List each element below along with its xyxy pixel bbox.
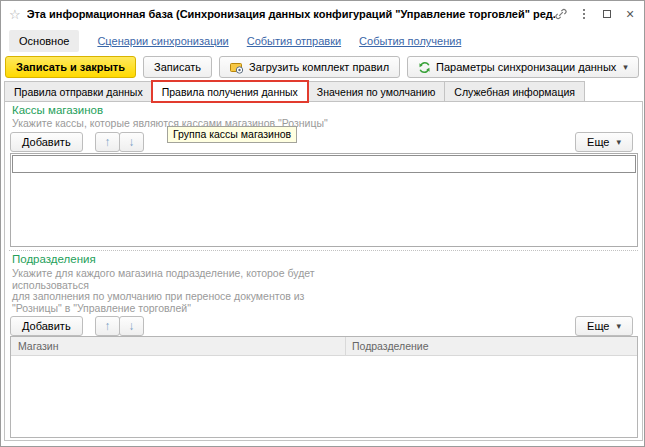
- chevron-down-icon: ▾: [616, 321, 621, 331]
- subtab-bar: Правила отправки данных Правила получени…: [4, 81, 584, 102]
- arrow-up-icon: ↑: [104, 319, 110, 333]
- cash-registers-section-title: Кассы магазинов: [12, 104, 103, 116]
- nav-tabs: Основное Сценарии синхронизации События …: [9, 29, 636, 53]
- kebab-menu-icon[interactable]: [578, 8, 590, 20]
- column-header-store[interactable]: Магазин: [11, 337, 346, 355]
- arrow-down-icon: ↓: [128, 135, 134, 149]
- arrow-down-icon: ↓: [128, 319, 134, 333]
- nav-tab-send-events[interactable]: События отправки: [247, 35, 341, 47]
- move-up-button[interactable]: ↑: [95, 132, 120, 152]
- departments-table[interactable]: Магазин Подразделение: [10, 336, 638, 438]
- subtab-default-values[interactable]: Значения по умолчанию: [307, 81, 445, 102]
- cash-registers-list-focused-row[interactable]: [12, 155, 636, 173]
- get-link-icon[interactable]: [555, 8, 567, 20]
- chevron-down-icon: ▾: [616, 137, 621, 147]
- titlebar: ☆ Эта информационная база (Синхронизация…: [1, 1, 644, 27]
- departments-hint: Укажите для каждого магазина подразделен…: [12, 268, 315, 314]
- nav-tab-sync-scenarios[interactable]: Сценарии синхронизации: [97, 35, 228, 47]
- column-header-department[interactable]: Подразделение: [346, 337, 637, 355]
- departments-table-body[interactable]: [11, 356, 637, 437]
- save-and-close-button[interactable]: Записать и закрыть: [5, 56, 136, 78]
- toolbar: Записать и закрыть Записать Загрузить ко…: [5, 55, 624, 79]
- move-up-button[interactable]: ↑: [95, 316, 120, 336]
- window-controls: ×: [555, 8, 636, 20]
- save-button[interactable]: Записать: [143, 56, 212, 78]
- receive-rules-panel: Кассы магазинов Укажите кассы, которые я…: [4, 101, 643, 441]
- departments-table-header: Магазин Подразделение: [11, 337, 637, 356]
- cash-registers-list[interactable]: [10, 153, 638, 247]
- section-separator: [9, 250, 638, 251]
- favorite-star-icon[interactable]: ☆: [9, 7, 21, 22]
- chevron-down-icon: ▾: [623, 62, 628, 72]
- nav-tab-main[interactable]: Основное: [9, 30, 79, 52]
- arrow-up-icon: ↑: [104, 135, 110, 149]
- subtab-service-info[interactable]: Служебная информация: [444, 81, 585, 102]
- load-rules-icon: [230, 61, 244, 74]
- subtab-send-rules[interactable]: Правила отправки данных: [4, 81, 153, 102]
- departments-command-bar: Добавить ↑ ↓ Еще ▾: [10, 315, 633, 336]
- departments-add-button[interactable]: Добавить: [10, 316, 83, 336]
- cash-registers-command-bar: Добавить ↑ ↓ Еще ▾: [10, 131, 633, 152]
- nav-tab-receive-events[interactable]: События получения: [359, 35, 461, 47]
- maximize-icon[interactable]: [601, 8, 613, 20]
- window-title: Эта информационная база (Синхронизация д…: [27, 8, 555, 20]
- app-window: ☆ Эта информационная база (Синхронизация…: [0, 0, 645, 447]
- sync-params-button[interactable]: Параметры синхронизации данных ▾: [407, 56, 639, 78]
- cash-registers-add-button[interactable]: Добавить: [10, 132, 83, 152]
- move-down-button[interactable]: ↓: [119, 132, 144, 152]
- close-icon[interactable]: ×: [624, 8, 636, 20]
- subtab-receive-rules[interactable]: Правила получения данных: [152, 81, 308, 102]
- sync-icon: [418, 61, 431, 74]
- departments-section-title: Подразделения: [12, 253, 96, 265]
- load-rules-button[interactable]: Загрузить комплект правил: [219, 56, 400, 78]
- cash-registers-more-button[interactable]: Еще ▾: [575, 132, 633, 152]
- move-down-button[interactable]: ↓: [119, 316, 144, 336]
- departments-more-button[interactable]: Еще ▾: [575, 316, 633, 336]
- cash-registers-tooltip: Группа кассы магазинов: [167, 126, 297, 143]
